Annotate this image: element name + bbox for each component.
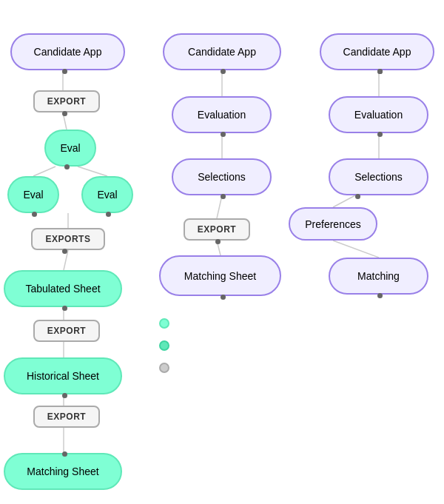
col1-historical: Historical Sheet — [4, 357, 122, 394]
col1-tabulated: Tabulated Sheet — [4, 270, 122, 307]
svg-line-16 — [333, 195, 355, 207]
col1-eval-right: Eval — [81, 176, 133, 213]
col1-eval-left: Eval — [7, 176, 59, 213]
col3-matching: Matching — [329, 258, 428, 295]
col1-export1[interactable]: EXPORT — [33, 90, 100, 112]
svg-line-2 — [33, 167, 56, 176]
dot-col1-export1b — [62, 111, 67, 116]
indicator-dot-2 — [159, 340, 169, 351]
col2-evaluation: Evaluation — [172, 96, 272, 133]
dot-col2-candidate — [221, 69, 226, 74]
col1-eval-center: Eval — [44, 130, 96, 167]
dot-col1-exports — [62, 249, 67, 254]
dot-col3-match — [377, 293, 383, 298]
dot-col2-eval — [221, 132, 226, 137]
col3-evaluation: Evaluation — [329, 96, 428, 133]
dot-col2-export — [215, 239, 221, 244]
dot-col1-eval-r — [106, 212, 111, 217]
col1-export4[interactable]: EXPORT — [33, 406, 100, 428]
svg-line-12 — [217, 195, 222, 218]
col3-candidate-app: Candidate App — [320, 33, 434, 70]
dot-col3-pref — [377, 69, 383, 74]
dot-col1-candidate — [62, 69, 67, 74]
dot-col2-sel — [221, 194, 226, 199]
col3-selections: Selections — [329, 158, 428, 195]
svg-line-3 — [78, 167, 107, 176]
col1-matching-sheet: Matching Sheet — [4, 453, 122, 490]
col3-preferences: Preferences — [289, 207, 377, 241]
dot-col3-eval — [377, 132, 383, 137]
svg-line-17 — [333, 241, 379, 258]
dot-col3-sel — [355, 194, 360, 199]
col1-exports2[interactable]: EXPORTS — [31, 228, 105, 250]
indicator-dot-1 — [159, 318, 169, 329]
col2-export[interactable]: EXPORT — [184, 218, 250, 241]
dot-col1-hist — [62, 393, 67, 398]
col2-selections: Selections — [172, 158, 272, 195]
dot-col1-match — [62, 451, 67, 457]
dot-col1-eval-c — [64, 164, 70, 169]
dot-col2-match — [221, 295, 226, 300]
col1-candidate-app: Candidate App — [10, 33, 125, 70]
indicator-dot-3 — [159, 363, 169, 373]
col1-export3[interactable]: EXPORT — [33, 320, 100, 342]
col2-candidate-app: Candidate App — [163, 33, 281, 70]
dot-col1-tab — [62, 306, 67, 311]
col2-matching-sheet: Matching Sheet — [159, 255, 281, 296]
dot-col1-eval-l — [32, 212, 37, 217]
